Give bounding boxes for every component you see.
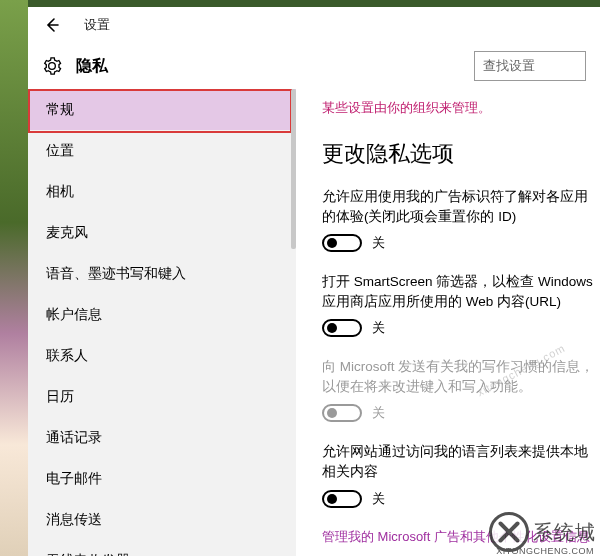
toggle-state-label: 关 [372,319,385,337]
sidebar-item-label: 日历 [46,388,74,406]
option-smartscreen: 打开 SmartScreen 筛选器，以检查 Windows 应用商店应用所使用… [322,272,600,337]
toggle-switch[interactable] [322,234,362,252]
toggle-switch[interactable] [322,490,362,508]
sidebar-item-radios[interactable]: 无线电收发器 [28,540,296,556]
sidebar-item-label: 麦克风 [46,224,88,242]
sidebar: 常规 位置 相机 麦克风 语音、墨迹书写和键入 帐户信息 联系人 日历 通话记录… [28,89,296,556]
toggle-knob [327,494,337,504]
option-language-list: 允许网站通过访问我的语言列表来提供本地相关内容 关 [322,442,600,507]
sidebar-item-microphone[interactable]: 麦克风 [28,212,296,253]
sidebar-item-label: 消息传送 [46,511,102,529]
watermark-subtext: XITONGCHENG.COM [496,546,594,556]
sidebar-item-speech-ink-typing[interactable]: 语音、墨迹书写和键入 [28,253,296,294]
toggle-knob [327,323,337,333]
desktop-background [0,0,28,556]
toggle-state-label: 关 [372,234,385,252]
option-description: 允许应用使用我的广告标识符了解对各应用的体验(关闭此项会重置你的 ID) [322,187,600,226]
scrollbar-thumb[interactable] [291,89,296,249]
sidebar-item-email[interactable]: 电子邮件 [28,458,296,499]
settings-window: 设置 隐私 查找设置 常规 位置 相机 麦克风 语音、墨迹书写和键入 帐户信息 … [28,7,600,556]
sidebar-item-messaging[interactable]: 消息传送 [28,499,296,540]
admin-managed-note: 某些设置由你的组织来管理。 [322,99,600,117]
gear-icon [42,56,62,76]
option-description: 向 Microsoft 发送有关我的写作习惯的信息，以便在将来改进键入和写入功能… [322,357,600,396]
toggle-switch [322,404,362,422]
option-writing-info: 向 Microsoft 发送有关我的写作习惯的信息，以便在将来改进键入和写入功能… [322,357,600,422]
back-button[interactable] [40,13,64,37]
option-description: 允许网站通过访问我的语言列表来提供本地相关内容 [322,442,600,481]
titlebar: 设置 [28,7,600,43]
window-title: 设置 [84,16,110,34]
sidebar-scrollbar[interactable] [290,89,296,556]
sidebar-item-label: 联系人 [46,347,88,365]
sidebar-item-label: 电子邮件 [46,470,102,488]
content-pane: 某些设置由你的组织来管理。 更改隐私选项 允许应用使用我的广告标识符了解对各应用… [296,89,600,556]
sidebar-item-calendar[interactable]: 日历 [28,376,296,417]
section-title: 更改隐私选项 [322,139,600,169]
sidebar-item-general[interactable]: 常规 [28,89,296,130]
toggle-knob [327,408,337,418]
toggle-switch[interactable] [322,319,362,337]
toggle-state-label: 关 [372,490,385,508]
toggle-state-label: 关 [372,404,385,422]
sidebar-item-label: 帐户信息 [46,306,102,324]
back-arrow-icon [42,15,62,35]
search-input[interactable]: 查找设置 [474,51,586,81]
sidebar-item-call-history[interactable]: 通话记录 [28,417,296,458]
sidebar-item-label: 通话记录 [46,429,102,447]
sidebar-item-label: 常规 [46,101,74,119]
link-manage-ads[interactable]: 管理我的 Microsoft 广告和其他个性化设置信息 [322,528,600,546]
toggle-knob [327,238,337,248]
sidebar-item-account-info[interactable]: 帐户信息 [28,294,296,335]
sidebar-item-label: 无线电收发器 [46,552,130,557]
sidebar-item-location[interactable]: 位置 [28,130,296,171]
sidebar-item-contacts[interactable]: 联系人 [28,335,296,376]
option-ad-id: 允许应用使用我的广告标识符了解对各应用的体验(关闭此项会重置你的 ID) 关 [322,187,600,252]
sidebar-item-camera[interactable]: 相机 [28,171,296,212]
sidebar-item-label: 相机 [46,183,74,201]
option-description: 打开 SmartScreen 筛选器，以检查 Windows 应用商店应用所使用… [322,272,600,311]
sidebar-item-label: 位置 [46,142,74,160]
sidebar-item-label: 语音、墨迹书写和键入 [46,265,186,283]
page-title: 隐私 [76,56,108,77]
search-placeholder: 查找设置 [483,57,535,75]
header: 隐私 查找设置 [28,43,600,89]
